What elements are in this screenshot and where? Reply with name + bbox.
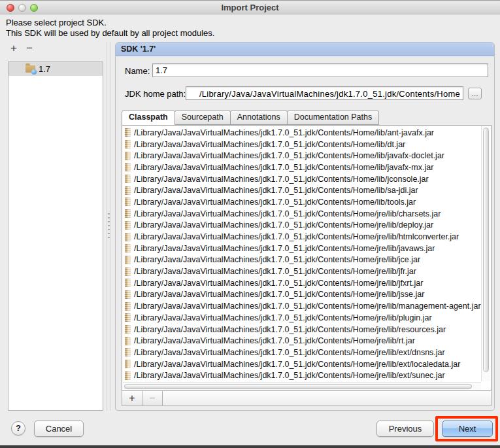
browse-button[interactable]: … — [468, 88, 482, 99]
vertical-scrollbar-thumb[interactable] — [483, 128, 489, 372]
classpath-entry[interactable]: /Library/Java/JavaVirtualMachines/jdk1.7… — [123, 196, 481, 208]
classpath-entry[interactable]: /Library/Java/JavaVirtualMachines/jdk1.7… — [123, 289, 481, 301]
jdk-home-path-label: JDK home path: — [125, 89, 186, 99]
jar-icon — [125, 209, 131, 218]
classpath-entry[interactable]: /Library/Java/JavaVirtualMachines/jdk1.7… — [123, 324, 481, 336]
path-tabs: ClasspathSourcepathAnnotationsDocumentat… — [122, 110, 378, 126]
jar-icon — [125, 244, 131, 252]
classpath-entry-path: /Library/Java/JavaVirtualMachines/jdk1.7… — [134, 244, 435, 253]
classpath-entry[interactable]: /Library/Java/JavaVirtualMachines/jdk1.7… — [123, 335, 481, 347]
classpath-entry[interactable]: /Library/Java/JavaVirtualMachines/jdk1.7… — [123, 173, 481, 185]
jar-icon — [125, 325, 131, 334]
classpath-entry-path: /Library/Java/JavaVirtualMachines/jdk1.7… — [134, 267, 416, 276]
classpath-entry[interactable]: /Library/Java/JavaVirtualMachines/jdk1.7… — [123, 162, 481, 173]
classpath-entry-path: /Library/Java/JavaVirtualMachines/jdk1.7… — [134, 325, 446, 334]
instruction-line-2: This SDK will be used by default by all … — [6, 28, 214, 39]
classpath-entry-path: /Library/Java/JavaVirtualMachines/jdk1.7… — [134, 151, 444, 160]
classpath-entry-path: /Library/Java/JavaVirtualMachines/jdk1.7… — [134, 302, 481, 311]
classpath-entry[interactable]: /Library/Java/JavaVirtualMachines/jdk1.7… — [123, 139, 481, 150]
tab-sourcepath[interactable]: Sourcepath — [175, 110, 231, 125]
classpath-entry-path: /Library/Java/JavaVirtualMachines/jdk1.7… — [134, 348, 445, 357]
jar-icon — [125, 290, 131, 299]
sdk-name-input[interactable] — [152, 63, 488, 77]
jar-icon — [125, 267, 131, 276]
cancel-button[interactable]: Cancel — [34, 421, 84, 437]
classpath-entry[interactable]: /Library/Java/JavaVirtualMachines/jdk1.7… — [123, 347, 481, 358]
classpath-entry[interactable]: /Library/Java/JavaVirtualMachines/jdk1.7… — [123, 231, 481, 243]
jdk-home-path-value: /Library/Java/JavaVirtualMachines/jdk1.7… — [199, 89, 460, 99]
classpath-entry-path: /Library/Java/JavaVirtualMachines/jdk1.7… — [134, 371, 445, 380]
classpath-entry-path: /Library/Java/JavaVirtualMachines/jdk1.7… — [134, 220, 433, 230]
jar-icon — [125, 279, 131, 287]
classpath-entry-path: /Library/Java/JavaVirtualMachines/jdk1.7… — [134, 198, 416, 207]
sidebar-remove-sdk-button[interactable]: − — [24, 42, 35, 54]
classpath-entry[interactable]: /Library/Java/JavaVirtualMachines/jdk1.7… — [123, 208, 481, 220]
vertical-scrollbar[interactable] — [481, 126, 490, 381]
add-classpath-button[interactable]: + — [122, 390, 142, 406]
desktop-edge — [0, 445, 500, 448]
classpath-entry-path: /Library/Java/JavaVirtualMachines/jdk1.7… — [134, 232, 459, 241]
classpath-entry[interactable]: /Library/Java/JavaVirtualMachines/jdk1.7… — [123, 127, 481, 139]
classpath-entry-path: /Library/Java/JavaVirtualMachines/jdk1.7… — [134, 163, 433, 172]
sidebar-add-sdk-button[interactable]: + — [8, 42, 20, 54]
classpath-entry[interactable]: /Library/Java/JavaVirtualMachines/jdk1.7… — [123, 184, 481, 196]
classpath-entry-path: /Library/Java/JavaVirtualMachines/jdk1.7… — [134, 186, 418, 195]
tab-classpath[interactable]: Classpath — [122, 110, 175, 126]
titlebar: Import Project — [0, 0, 500, 14]
jdk-folder-icon — [25, 65, 35, 73]
classpath-entry[interactable]: /Library/Java/JavaVirtualMachines/jdk1.7… — [123, 300, 481, 312]
classpath-rows: /Library/Java/JavaVirtualMachines/jdk1.7… — [123, 127, 481, 381]
sdk-list-item[interactable]: 1.7 — [8, 62, 103, 76]
sdk-list[interactable]: 1.7 — [8, 61, 103, 411]
classpath-list[interactable]: /Library/Java/JavaVirtualMachines/jdk1.7… — [122, 125, 492, 391]
classpath-entry-path: /Library/Java/JavaVirtualMachines/jdk1.7… — [134, 279, 423, 288]
instruction-line-1: Please select project SDK. — [6, 18, 214, 28]
classpath-entry-path: /Library/Java/JavaVirtualMachines/jdk1.7… — [134, 209, 441, 218]
classpath-entry[interactable]: /Library/Java/JavaVirtualMachines/jdk1.7… — [123, 254, 481, 266]
jar-icon — [125, 175, 131, 183]
jar-icon — [125, 313, 131, 322]
jar-icon — [125, 221, 131, 230]
sdk-details-panel: SDK '1.7' Name: JDK home path: /Library/… — [115, 42, 495, 411]
classpath-entry-path: /Library/Java/JavaVirtualMachines/jdk1.7… — [134, 360, 460, 369]
classpath-entry[interactable]: /Library/Java/JavaVirtualMachines/jdk1.7… — [123, 266, 481, 277]
classpath-entry[interactable]: /Library/Java/JavaVirtualMachines/jdk1.7… — [123, 312, 481, 324]
tab-annotations[interactable]: Annotations — [230, 110, 288, 125]
classpath-entry[interactable]: /Library/Java/JavaVirtualMachines/jdk1.7… — [123, 358, 481, 370]
jar-icon — [125, 140, 131, 148]
jar-icon — [125, 371, 131, 380]
classpath-entry-path: /Library/Java/JavaVirtualMachines/jdk1.7… — [134, 175, 429, 184]
sdk-item-label: 1.7 — [39, 64, 50, 74]
classpath-entry[interactable]: /Library/Java/JavaVirtualMachines/jdk1.7… — [123, 277, 481, 289]
next-button[interactable]: Next — [442, 421, 493, 437]
jar-icon — [125, 198, 131, 206]
classpath-entry-path: /Library/Java/JavaVirtualMachines/jdk1.7… — [134, 336, 415, 345]
jar-icon — [125, 186, 131, 195]
jar-icon — [125, 163, 131, 171]
classpath-toolbar: + − — [122, 390, 492, 406]
jar-icon — [125, 233, 131, 241]
help-button[interactable]: ? — [11, 421, 25, 436]
classpath-entry[interactable]: /Library/Java/JavaVirtualMachines/jdk1.7… — [123, 150, 481, 162]
classpath-entry[interactable]: /Library/Java/JavaVirtualMachines/jdk1.7… — [123, 243, 481, 254]
classpath-entry-path: /Library/Java/JavaVirtualMachines/jdk1.7… — [134, 290, 424, 299]
horizontal-scrollbar-thumb[interactable] — [124, 384, 472, 389]
jar-icon — [125, 152, 131, 160]
jar-icon — [125, 302, 131, 311]
classpath-entry[interactable]: /Library/Java/JavaVirtualMachines/jdk1.7… — [123, 220, 481, 232]
classpath-entry-path: /Library/Java/JavaVirtualMachines/jdk1.7… — [134, 313, 432, 322]
import-project-dialog: Import Project Please select project SDK… — [0, 0, 500, 445]
jar-icon — [125, 256, 131, 264]
instructions: Please select project SDK. This SDK will… — [6, 18, 214, 39]
splitter-handle[interactable] — [107, 42, 110, 411]
jdk-home-path-input[interactable]: /Library/Java/JavaVirtualMachines/jdk1.7… — [186, 86, 463, 100]
remove-classpath-button[interactable]: − — [142, 390, 163, 406]
classpath-entry-path: /Library/Java/JavaVirtualMachines/jdk1.7… — [134, 140, 405, 149]
panel-header: SDK '1.7' — [116, 43, 494, 56]
previous-button[interactable]: Previous — [376, 421, 434, 437]
classpath-entry[interactable]: /Library/Java/JavaVirtualMachines/jdk1.7… — [123, 370, 481, 381]
name-label: Name: — [125, 66, 150, 76]
horizontal-scrollbar[interactable] — [123, 382, 481, 390]
jar-icon — [125, 128, 131, 137]
tab-documentation-paths[interactable]: Documentation Paths — [287, 110, 380, 125]
